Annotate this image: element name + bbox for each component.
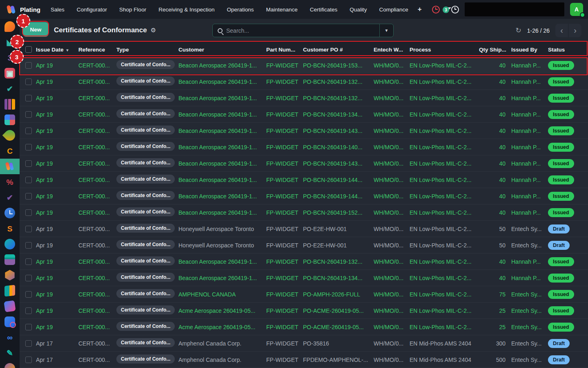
recent-history-clock-icon[interactable]	[451, 6, 459, 13]
sidebar-letter-s-app[interactable]: S	[0, 221, 20, 236]
table-row[interactable]: Apr 17CERT-000...Certificate of Confo...…	[20, 352, 588, 368]
row-checkbox[interactable]	[25, 340, 32, 347]
column-header-status[interactable]: Status	[548, 47, 588, 53]
column-header-qty[interactable]: Qty Ship...	[479, 47, 511, 53]
column-header-reference[interactable]: Reference	[78, 47, 116, 53]
column-header-type[interactable]: Type	[116, 47, 178, 53]
row-checkbox[interactable]	[25, 111, 32, 118]
app-brand[interactable]: Plating	[0, 4, 46, 15]
cell-process: EN Low-Phos MIL-C-2...	[410, 291, 479, 298]
sidebar-triangle-app[interactable]: ◣	[0, 34, 20, 50]
table-row[interactable]: Apr 17CERT-000...Certificate of Confo...…	[20, 335, 588, 352]
table-row[interactable]: Apr 19CERT-000...Certificate of Confo...…	[20, 221, 588, 237]
sidebar-dot-app[interactable]	[0, 361, 20, 368]
row-checkbox[interactable]	[25, 324, 32, 330]
menu-item-maintenance[interactable]: Maintenance	[262, 4, 302, 15]
cell-po: PO-BCN-260419-144...	[303, 193, 374, 200]
row-checkbox[interactable]	[25, 62, 32, 69]
row-checkbox[interactable]	[25, 160, 32, 167]
row-checkbox[interactable]	[25, 226, 32, 232]
table-row[interactable]: Apr 19CERT-000...Certificate of Confo...…	[20, 123, 588, 139]
table-row[interactable]: Apr 19CERT-000...Certificate of Confo...…	[20, 286, 588, 303]
user-avatar[interactable]: A	[570, 3, 583, 16]
column-header-issued_by[interactable]: Issued By	[511, 47, 548, 53]
table-row[interactable]: Apr 19CERT-000...Certificate of Confo...…	[20, 57, 588, 74]
row-checkbox[interactable]	[25, 258, 32, 265]
column-header-process[interactable]: Process	[410, 47, 479, 53]
table-row[interactable]: Apr 19CERT-000...Certificate of Confo...…	[20, 106, 588, 123]
table-row[interactable]: Apr 19CERT-000...Certificate of Confo...…	[20, 303, 588, 319]
table-row[interactable]: Apr 19CERT-000...Certificate of Confo...…	[20, 90, 588, 106]
table-row[interactable]: Apr 19CERT-000...Certificate of Confo...…	[20, 188, 588, 204]
row-checkbox[interactable]	[25, 193, 32, 200]
row-checkbox[interactable]	[25, 209, 32, 216]
menu-item-compliance[interactable]: Compliance	[374, 4, 412, 15]
column-header-part[interactable]: Part Num...	[266, 47, 303, 53]
menu-item-sales[interactable]: Sales	[46, 4, 69, 15]
column-header-customer[interactable]: Customer	[178, 47, 266, 53]
sidebar-shapes-app[interactable]	[0, 298, 20, 314]
sidebar-hexagon-app[interactable]	[0, 267, 20, 283]
table-row[interactable]: Apr 19CERT-000...Certificate of Confo...…	[20, 74, 588, 90]
sidebar-contacts-app[interactable]: ▣	[0, 65, 20, 81]
menu-item-quality[interactable]: Quality	[345, 4, 371, 15]
table-row[interactable]: Apr 19CERT-000...Certificate of Confo...…	[20, 204, 588, 221]
column-header-date[interactable]: Issue Date▾	[36, 47, 78, 53]
sidebar-approvals-app[interactable]: ✔	[0, 81, 20, 96]
column-header-warehouse[interactable]: Entech W...	[374, 47, 410, 53]
cell-type: Certificate of Confo...	[116, 305, 178, 316]
row-checkbox[interactable]	[25, 291, 32, 298]
menu-item-certificates[interactable]: Certificates	[305, 4, 342, 15]
search-dropdown-caret-icon[interactable]: ▼	[379, 24, 393, 37]
sidebar-discuss-app[interactable]	[0, 19, 20, 34]
table-row[interactable]: Apr 19CERT-000...Certificate of Confo...…	[20, 155, 588, 172]
row-checkbox[interactable]	[25, 307, 32, 314]
table-row[interactable]: Apr 19CERT-000...Certificate of Confo...…	[20, 254, 588, 270]
row-checkbox[interactable]	[25, 128, 32, 134]
row-checkbox[interactable]	[25, 242, 32, 249]
sidebar-layers-app[interactable]	[0, 252, 20, 267]
menu-item-operations[interactable]: Operations	[222, 4, 258, 15]
new-button[interactable]: New	[23, 22, 49, 37]
sidebar-double-check-app[interactable]: ✔	[0, 190, 20, 205]
gear-icon[interactable]: ⚙	[151, 27, 156, 34]
row-checkbox[interactable]	[25, 144, 32, 150]
plus-button[interactable]: +	[413, 4, 427, 15]
sidebar-link-app[interactable]: ∞	[0, 330, 20, 345]
sidebar-letter-c-app[interactable]: C	[0, 143, 20, 159]
prev-page-button[interactable]: ‹	[555, 24, 568, 37]
menu-item-receiving-inspection[interactable]: Receiving & Inspection	[154, 4, 219, 15]
next-page-button[interactable]: ›	[569, 24, 581, 37]
table-row[interactable]: Apr 19CERT-000...Certificate of Confo...…	[20, 237, 588, 254]
sidebar-blocks-app[interactable]	[0, 112, 20, 128]
cell-qty: 40	[479, 209, 511, 216]
refresh-icon[interactable]: ↻	[515, 26, 521, 35]
table-row[interactable]: Apr 19CERT-000...Certificate of Confo...…	[20, 139, 588, 155]
table-row[interactable]: Apr 19CERT-000...Certificate of Confo...…	[20, 270, 588, 286]
sidebar-numeral-3-app[interactable]: 3	[0, 50, 20, 65]
status-badge: Issued	[548, 323, 574, 332]
sidebar-sphere-app[interactable]	[0, 236, 20, 252]
row-checkbox[interactable]	[25, 177, 32, 183]
sidebar-boards-app[interactable]	[0, 283, 20, 298]
activity-clock-icon[interactable]	[432, 6, 440, 13]
search-input[interactable]	[226, 27, 379, 34]
row-checkbox[interactable]	[25, 79, 32, 85]
table-row[interactable]: Apr 19CERT-000...Certificate of Confo...…	[20, 172, 588, 188]
status-badge: Issued	[548, 274, 574, 283]
sidebar-chat-search-app[interactable]	[0, 314, 20, 330]
row-checkbox[interactable]	[25, 357, 32, 363]
select-all-checkbox[interactable]	[25, 46, 32, 53]
sidebar-plating-app[interactable]	[0, 159, 20, 174]
sidebar-percent-app[interactable]: %	[0, 174, 20, 190]
menu-item-configurator[interactable]: Configurator	[72, 4, 111, 15]
menu-item-shop-floor[interactable]: Shop Floor	[115, 4, 151, 15]
sidebar-analytics-app[interactable]	[0, 96, 20, 112]
row-checkbox[interactable]	[25, 275, 32, 281]
sidebar-map-pin-app[interactable]	[0, 128, 20, 143]
sidebar-signature-app[interactable]: ✎	[0, 345, 20, 361]
table-row[interactable]: Apr 19CERT-000...Certificate of Confo...…	[20, 319, 588, 335]
row-checkbox[interactable]	[25, 95, 32, 101]
column-header-po[interactable]: Customer PO #	[303, 47, 374, 53]
sidebar-clock-app[interactable]	[0, 205, 20, 221]
